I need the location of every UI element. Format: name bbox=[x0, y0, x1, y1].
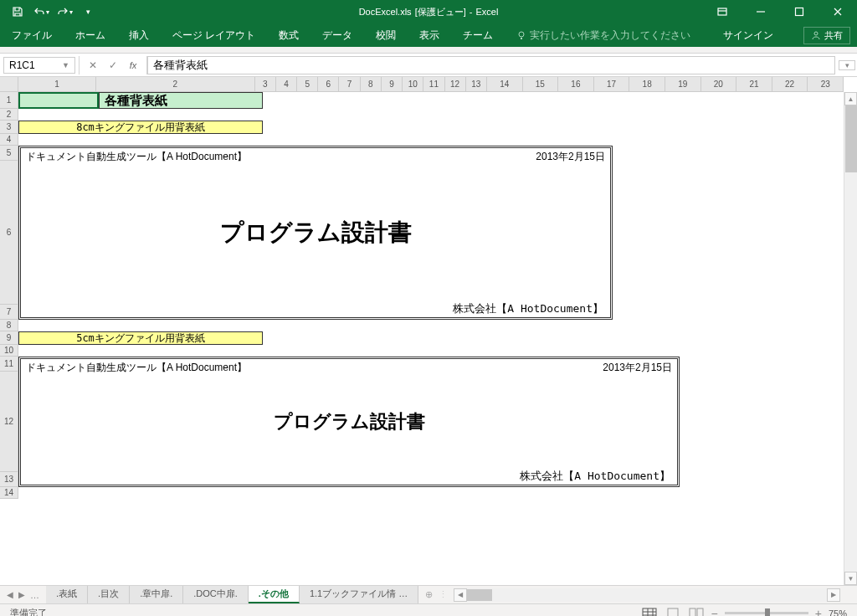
row-header[interactable]: 2 bbox=[0, 109, 18, 121]
enter-formula-icon[interactable]: ✓ bbox=[103, 56, 123, 74]
row-header[interactable]: 11 bbox=[0, 357, 18, 372]
col-header[interactable]: 14 bbox=[487, 77, 523, 91]
sheet-tab-active[interactable]: .その他 bbox=[249, 586, 300, 603]
row-header[interactable]: 13 bbox=[0, 472, 18, 487]
formula-input[interactable]: 各種背表紙 bbox=[147, 56, 835, 74]
cancel-formula-icon[interactable]: ✕ bbox=[83, 56, 103, 74]
zoom-out-button[interactable]: − bbox=[711, 607, 718, 617]
sheet-tab[interactable]: .DOC中扉. bbox=[183, 586, 249, 603]
file-box-5cm[interactable]: ドキュメント自動生成ツール【A HotDocument】 2013年2月15日 … bbox=[18, 357, 680, 487]
col-header[interactable]: 23 bbox=[808, 77, 844, 91]
view-normal-icon[interactable] bbox=[641, 607, 658, 617]
tab-formulas[interactable]: 数式 bbox=[267, 23, 310, 47]
subtitle-5cm[interactable]: 5cmキングファイル用背表紙 bbox=[18, 331, 263, 345]
ribbon-display-icon[interactable] bbox=[703, 0, 742, 23]
col-header[interactable]: 7 bbox=[339, 77, 360, 91]
col-header[interactable]: 13 bbox=[466, 77, 487, 91]
tab-nav-prev-icon[interactable]: ◀ bbox=[7, 590, 13, 600]
zoom-slider[interactable] bbox=[725, 612, 808, 614]
name-box[interactable]: R1C1 ▼ bbox=[3, 57, 75, 74]
column-headers[interactable]: 1 2 3 4 5 6 7 8 9 10 11 12 13 14 15 16 1… bbox=[18, 77, 844, 92]
vscroll-thumb[interactable] bbox=[845, 105, 857, 172]
tab-team[interactable]: チーム bbox=[451, 23, 505, 47]
tab-review[interactable]: 校閲 bbox=[364, 23, 408, 47]
col-header[interactable]: 9 bbox=[382, 77, 403, 91]
horizontal-scrollbar[interactable]: ◀ ▶ bbox=[454, 588, 840, 602]
row-headers[interactable]: 1 2 3 4 5 6 7 8 9 10 11 12 13 14 bbox=[0, 92, 18, 499]
name-box-dropdown-icon[interactable]: ▼ bbox=[62, 61, 69, 69]
col-header[interactable]: 12 bbox=[445, 77, 466, 91]
row-header[interactable]: 12 bbox=[0, 372, 18, 472]
tab-data[interactable]: データ bbox=[310, 23, 364, 47]
tab-nav-next-icon[interactable]: ▶ bbox=[18, 590, 25, 600]
redo-icon[interactable]: ▾ bbox=[54, 2, 75, 22]
insert-function-button[interactable]: fx bbox=[123, 56, 143, 74]
minimize-button[interactable] bbox=[742, 0, 780, 23]
view-page-layout-icon[interactable] bbox=[665, 607, 681, 617]
share-button[interactable]: 共有 bbox=[803, 27, 850, 44]
tab-page-layout[interactable]: ページ レイアウト bbox=[161, 23, 267, 47]
col-header[interactable]: 5 bbox=[297, 77, 318, 91]
row-header[interactable]: 9 bbox=[0, 331, 18, 345]
sheet-tab[interactable]: .章中扉. bbox=[130, 586, 183, 603]
vertical-scrollbar[interactable]: ▲ ▼ bbox=[844, 92, 857, 585]
sheet-tab[interactable]: 1.1ブックファイル情 … bbox=[300, 586, 418, 603]
tab-view[interactable]: 表示 bbox=[408, 23, 451, 47]
qat-customize-icon[interactable]: ▾ bbox=[77, 2, 99, 22]
col-header[interactable]: 3 bbox=[255, 77, 276, 91]
add-sheet-button[interactable]: ⊕ bbox=[418, 589, 439, 600]
scroll-right-icon[interactable]: ▶ bbox=[827, 588, 840, 602]
subtitle-8cm[interactable]: 8cmキングファイル用背表紙 bbox=[18, 121, 263, 134]
scroll-up-icon[interactable]: ▲ bbox=[844, 92, 857, 105]
row-header[interactable]: 8 bbox=[0, 320, 18, 331]
col-header[interactable]: 16 bbox=[558, 77, 594, 91]
zoom-slider-thumb[interactable] bbox=[765, 608, 770, 616]
scroll-left-icon[interactable]: ◀ bbox=[454, 588, 467, 602]
col-header[interactable]: 22 bbox=[772, 77, 808, 91]
file-box-8cm[interactable]: ドキュメント自動生成ツール【A HotDocument】 2013年2月15日 … bbox=[18, 146, 613, 320]
view-page-break-icon[interactable] bbox=[688, 607, 705, 617]
zoom-in-button[interactable]: + bbox=[815, 607, 822, 617]
sign-in-button[interactable]: サインイン bbox=[723, 28, 773, 43]
col-header[interactable]: 15 bbox=[523, 77, 559, 91]
row-header[interactable]: 10 bbox=[0, 345, 18, 357]
formula-bar-expand-icon[interactable]: ▾ bbox=[839, 60, 855, 70]
col-header[interactable]: 21 bbox=[736, 77, 772, 91]
col-header[interactable]: 2 bbox=[96, 77, 255, 91]
col-header[interactable]: 6 bbox=[318, 77, 339, 91]
col-header[interactable]: 10 bbox=[403, 77, 423, 91]
tab-home[interactable]: ホーム bbox=[64, 23, 117, 47]
col-header[interactable]: 17 bbox=[594, 77, 630, 91]
scroll-down-icon[interactable]: ▼ bbox=[844, 572, 857, 585]
col-header[interactable]: 19 bbox=[665, 77, 701, 91]
row-header[interactable]: 7 bbox=[0, 305, 18, 320]
col-header[interactable]: 8 bbox=[361, 77, 382, 91]
row-header[interactable]: 6 bbox=[0, 161, 18, 305]
sheet-tab[interactable]: .表紙 bbox=[46, 586, 88, 603]
save-icon[interactable] bbox=[7, 2, 28, 22]
tell-me-search[interactable]: 実行したい作業を入力してください bbox=[505, 23, 702, 47]
spreadsheet-grid[interactable]: 各種背表紙 8cmキングファイル用背表紙 ドキュメント自動生成ツール【A Hot… bbox=[18, 92, 844, 585]
col-header[interactable]: 1 bbox=[18, 77, 96, 91]
row-header[interactable]: 14 bbox=[0, 487, 18, 499]
undo-icon[interactable]: ▾ bbox=[30, 2, 52, 22]
close-button[interactable] bbox=[819, 0, 857, 23]
hscroll-thumb[interactable] bbox=[467, 589, 492, 601]
tab-insert[interactable]: 挿入 bbox=[117, 23, 161, 47]
row-header[interactable]: 1 bbox=[0, 92, 18, 109]
col-header[interactable]: 4 bbox=[276, 77, 297, 91]
maximize-button[interactable] bbox=[780, 0, 819, 23]
cell-b1[interactable]: 各種背表紙 bbox=[99, 92, 263, 109]
row-header[interactable]: 3 bbox=[0, 121, 18, 134]
zoom-level[interactable]: 75% bbox=[829, 608, 847, 617]
col-header[interactable]: 18 bbox=[629, 77, 665, 91]
row-header[interactable]: 4 bbox=[0, 134, 18, 146]
col-header[interactable]: 20 bbox=[701, 77, 737, 91]
sheet-tab[interactable]: .目次 bbox=[88, 586, 130, 603]
tab-nav-more[interactable]: … bbox=[30, 590, 39, 600]
tab-file[interactable]: ファイル bbox=[0, 23, 64, 47]
col-header[interactable]: 11 bbox=[423, 77, 444, 91]
row-header[interactable]: 5 bbox=[0, 146, 18, 161]
select-all-corner[interactable] bbox=[0, 77, 18, 92]
cell-a1[interactable] bbox=[18, 92, 99, 109]
